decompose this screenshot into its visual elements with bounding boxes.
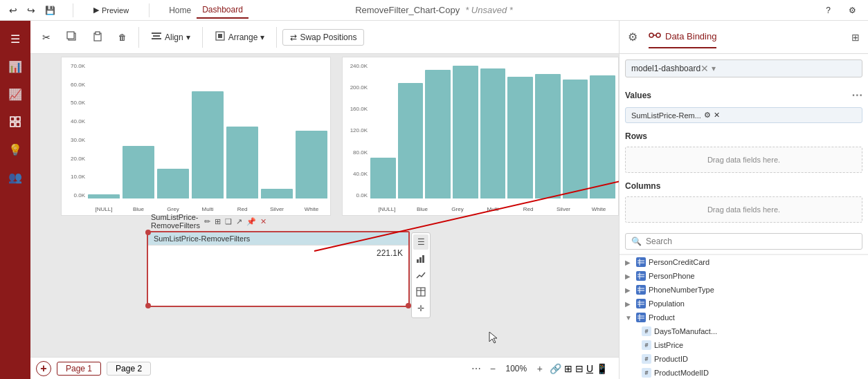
svg-rect-3 (16, 122, 20, 127)
tab-dashboard[interactable]: Dashboard (197, 2, 248, 19)
field-hash-icon: # (642, 354, 651, 364)
widget-header: SumListPrice-RemoveFilters (148, 232, 408, 245)
resize-handle-br[interactable] (406, 303, 411, 308)
model-clear-button[interactable]: ✕ (700, 63, 709, 74)
data-binding-label: Data Binding (665, 31, 716, 41)
chip-delete-icon[interactable]: ✕ (714, 111, 720, 120)
bottom-link-icon[interactable]: 🔗 (550, 363, 561, 374)
field-ListPrice[interactable]: # ListPrice (620, 338, 868, 352)
save-button[interactable]: 💾 (42, 3, 59, 17)
resize-handle-tl[interactable] (145, 230, 151, 235)
field-label: DaysToManufact... (654, 327, 717, 335)
search-icon: 🔍 (631, 237, 642, 246)
field-expand-icon: ▶ (625, 259, 633, 266)
wt-table-icon[interactable] (413, 284, 428, 299)
widget-duplicate-icon[interactable]: ❑ (225, 217, 232, 226)
preview-button[interactable]: ▶ Preview (87, 2, 135, 18)
page1-tab[interactable]: Page 1 (57, 362, 101, 376)
sidebar-icon-data[interactable]: 📈 (3, 82, 28, 107)
arrange-button[interactable]: Arrange ▾ (208, 27, 271, 47)
field-PersonPhone[interactable]: ▶ PersonPhone (620, 269, 868, 283)
field-label: Population (649, 299, 685, 308)
titlebar-settings-button[interactable]: ⚙ (842, 2, 862, 19)
field-PhoneNumberType[interactable]: ▶ PhoneNumberType (620, 283, 868, 297)
bottom-fit-icon[interactable]: ⊟ (575, 363, 584, 374)
svg-rect-10 (152, 38, 161, 39)
widget-link-icon[interactable]: ↗ (236, 217, 242, 226)
wt-trend-icon[interactable] (413, 268, 428, 283)
copy-button[interactable] (60, 27, 83, 47)
widget-edit-icon[interactable]: ✏ (204, 217, 210, 226)
chart2[interactable]: 240.0K200.0K160.0K120.0K80.0K40.0K0.0K (342, 57, 619, 216)
model-expand-button[interactable]: ▾ (712, 64, 716, 73)
chart1[interactable]: 70.0K60.0K50.0K40.0K30.0K20.0K10.0K0.0K … (61, 57, 331, 216)
binding-panel: model1-dashboard ✕ ▾ Values ⋯ SumListPri… (620, 54, 868, 229)
widget-pin-icon[interactable]: 📌 (246, 217, 256, 226)
values-more-icon[interactable]: ⋯ (851, 89, 862, 102)
redo-button[interactable]: ↪ (24, 3, 39, 18)
sidebar-icon-users[interactable]: 👥 (3, 165, 28, 190)
chart1-bar-red (226, 127, 258, 198)
field-Product[interactable]: ▼ Product (620, 311, 868, 324)
widget-delete-icon[interactable]: ✕ (260, 217, 266, 226)
columns-section: Columns Drag data fields here. (625, 178, 862, 223)
chip-settings-icon[interactable]: ⚙ (704, 111, 711, 120)
search-input[interactable] (646, 237, 856, 246)
page2-tab[interactable]: Page 2 (107, 362, 151, 376)
svg-point-21 (649, 33, 653, 37)
zoom-minus-button[interactable]: − (486, 362, 500, 376)
add-page-button[interactable]: + (36, 361, 51, 376)
data-widget[interactable]: SumListPrice-RemoveFilters 221.1K ☰ (147, 231, 410, 307)
sidebar-icon-pages[interactable] (3, 109, 28, 134)
zoom-plus-button[interactable]: + (533, 362, 547, 376)
svg-rect-8 (152, 33, 161, 34)
help-button[interactable]: ? (820, 2, 837, 19)
zoom-out-button[interactable]: ⋯ (469, 362, 483, 376)
field-PersonCreditCard[interactable]: ▶ PersonCreditCard (620, 255, 868, 269)
values-section-header: Values ⋯ (625, 86, 862, 104)
svg-rect-2 (10, 122, 15, 127)
chart2-x-labels: [NULL] Blue Grey Multi Red Silver White (370, 206, 615, 212)
field-ProductID[interactable]: # ProductID (620, 352, 868, 366)
tab-home[interactable]: Home (163, 3, 197, 18)
bottom-grid-icon[interactable]: ⊞ (564, 363, 572, 374)
wt-list-icon[interactable]: ☰ (413, 234, 428, 250)
widget-value: 221.1K (148, 245, 408, 261)
field-label: PersonCreditCard (649, 258, 709, 266)
resize-handle-bl[interactable] (145, 303, 151, 308)
wt-crosshair-icon[interactable]: ✛ (413, 301, 428, 316)
sidebar-icon-themes[interactable]: 💡 (3, 137, 28, 162)
rows-label: Rows (625, 131, 647, 141)
chart2-bars (370, 63, 615, 198)
field-DaysToManufact[interactable]: # DaysToManufact... (620, 324, 868, 338)
field-Population[interactable]: ▶ Population (620, 297, 868, 311)
bottom-underline-icon[interactable]: U (586, 363, 593, 374)
sidebar-icon-charts[interactable]: 📊 (3, 54, 28, 79)
cut-button[interactable]: ✂ (36, 28, 57, 46)
swap-label: Swap Positions (300, 33, 356, 42)
columns-drop-zone[interactable]: Drag data fields here. (625, 196, 862, 223)
toolbar-separator-2 (202, 27, 203, 48)
align-button[interactable]: Align ▾ (145, 27, 197, 47)
paste-button[interactable] (86, 27, 109, 47)
field-label: PhoneNumberType (649, 286, 714, 294)
chart1-bars (88, 63, 327, 198)
left-sidebar: ☰ 📊 📈 💡 👥 (0, 21, 30, 379)
paste-icon (92, 30, 103, 44)
field-table-icon (636, 299, 646, 308)
data-binding-tab[interactable]: Data Binding (649, 26, 716, 48)
arrange-label: Arrange (228, 33, 258, 42)
delete-button[interactable]: 🗑 (112, 29, 133, 46)
undo-button[interactable]: ↩ (6, 3, 21, 18)
svg-rect-12 (218, 34, 222, 38)
settings-tab[interactable]: ⚙ (628, 28, 638, 46)
rows-drop-zone[interactable]: Drag data fields here. (625, 147, 862, 173)
widget-expand-icon[interactable]: ⊞ (215, 217, 221, 226)
bottom-mobile-icon[interactable]: 📱 (596, 363, 608, 374)
panel-expand-button[interactable]: ⊞ (851, 32, 860, 43)
field-ProductModelID[interactable]: # ProductModelID (620, 366, 868, 379)
swap-positions-button[interactable]: ⇄ Swap Positions (282, 29, 364, 46)
preview-label: Preview (102, 6, 129, 15)
wt-bar-icon[interactable] (413, 251, 428, 266)
sidebar-icon-menu[interactable]: ☰ (3, 26, 28, 51)
